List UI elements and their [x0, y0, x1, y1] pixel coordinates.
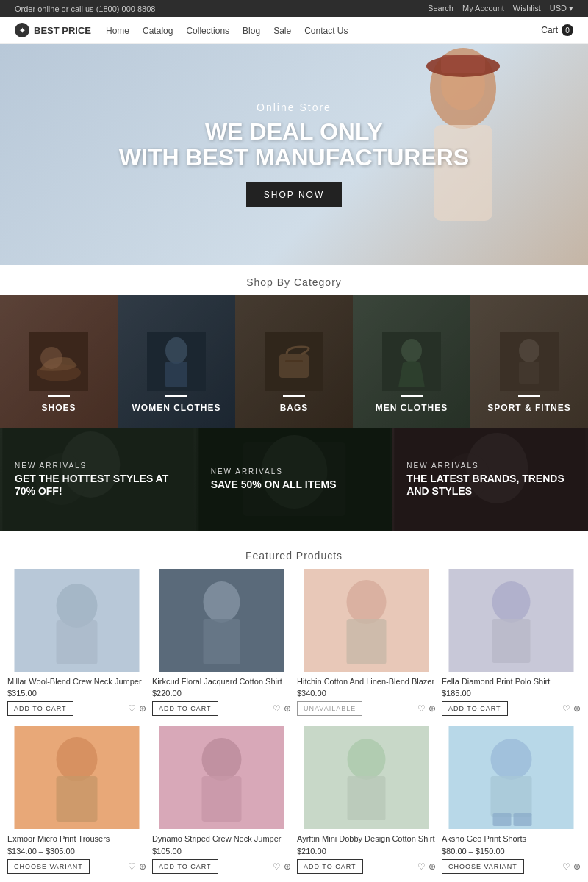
quickview-icon-3[interactable]: ⊕ [573, 703, 581, 714]
nav-menu: Home Catalog Collections Blog Sale Conta… [106, 24, 541, 37]
wishlist-icon-6[interactable]: ♡ [417, 861, 426, 872]
product-actions-7: CHOOSE VARIANT ♡ ⊕ [442, 859, 581, 874]
cart-label: Cart [541, 25, 558, 35]
hero-title-line2: WITH BEST MANUFACTURERS [119, 144, 469, 171]
svg-point-38 [492, 581, 531, 623]
product-img-7 [442, 726, 581, 829]
quickview-icon-6[interactable]: ⊕ [429, 861, 436, 872]
bags-label: BAGS [280, 403, 309, 413]
choose-variant-7[interactable]: CHOOSE VARIANT [442, 859, 524, 874]
hero-title: WE DEAL ONLY WITH BEST MANUFACTURERS [119, 119, 469, 171]
category-bags[interactable]: BAGS [235, 295, 353, 428]
top-bar-message: Order online or call us (1800) 000 8808 [15, 4, 155, 13]
logo-text: BEST PRICE [34, 25, 91, 36]
shoes-label: SHOES [41, 403, 76, 413]
men-overlay: MEN CLOTHES [353, 295, 470, 428]
svg-point-44 [202, 738, 242, 781]
category-men-clothes[interactable]: MEN CLOTHES [353, 295, 470, 428]
quickview-icon-1[interactable]: ⊕ [284, 703, 291, 714]
product-card-3: Fella Diamond Print Polo Shirt $185.00 A… [442, 569, 581, 720]
nav-item-catalog[interactable]: Catalog [143, 24, 173, 37]
category-sport[interactable]: SPORT & FITNES [470, 295, 588, 428]
svg-point-41 [57, 737, 98, 781]
promo-3-title: THE LATEST BRANDS, TRENDS AND STYLES [406, 473, 573, 498]
product-img-2 [297, 569, 436, 672]
women-line [165, 395, 187, 397]
nav-item-blog[interactable]: Blog [243, 24, 260, 37]
svg-rect-36 [347, 619, 387, 664]
quickview-icon-5[interactable]: ⊕ [284, 861, 291, 872]
logo-icon: ✦ [15, 23, 29, 37]
quickview-icon-4[interactable]: ⊕ [139, 861, 146, 872]
product-card-7: Aksho Geo Print Shorts $80.00 – $150.00 … [442, 726, 581, 878]
product-name-7: Aksho Geo Print Shorts [442, 833, 581, 844]
add-to-cart-0[interactable]: ADD TO CART [7, 701, 74, 716]
bags-line [283, 395, 305, 397]
add-to-cart-1[interactable]: ADD TO CART [152, 701, 218, 716]
quickview-icon-7[interactable]: ⊕ [573, 861, 581, 872]
svg-rect-39 [492, 619, 531, 663]
promo-1-tag: New Arrivals [15, 462, 87, 470]
quickview-icon-0[interactable]: ⊕ [139, 703, 146, 714]
my-account-link[interactable]: My Account [462, 4, 504, 13]
wishlist-icon-2[interactable]: ♡ [417, 703, 426, 714]
currency-selector[interactable]: USD ▾ [550, 4, 573, 13]
product-icons-1: ♡ ⊕ [273, 703, 291, 714]
nav-item-collections[interactable]: Collections [186, 24, 229, 37]
promo-2-tag: New Arrivals [211, 467, 283, 476]
wishlist-icon-7[interactable]: ♡ [562, 861, 570, 872]
cart-button[interactable]: Cart 0 [541, 24, 573, 36]
category-women-clothes[interactable]: WOMEN CLOTHES [118, 295, 235, 428]
quickview-icon-2[interactable]: ⊕ [429, 703, 436, 714]
add-to-cart-3[interactable]: ADD TO CART [442, 701, 508, 716]
svg-point-32 [204, 581, 240, 623]
shop-now-button[interactable]: SHOP NOW [246, 182, 342, 207]
wishlist-link[interactable]: Wishlist [513, 4, 541, 13]
wishlist-icon-3[interactable]: ♡ [562, 703, 570, 714]
product-icons-0: ♡ ⊕ [128, 703, 146, 714]
unavailable-btn-2: UNAVAILABLE [297, 701, 362, 716]
main-nav: ✦ BEST PRICE Home Catalog Collections Bl… [0, 17, 588, 44]
cart-count: 0 [562, 24, 573, 36]
nav-item-home[interactable]: Home [106, 24, 129, 37]
women-overlay: WOMEN CLOTHES [118, 295, 235, 428]
nav-item-sale[interactable]: Sale [273, 24, 291, 37]
product-card-6: Ayrftin Mini Dobby Design Cotton Shirt $… [297, 726, 436, 878]
nav-item-contact[interactable]: Contact Us [304, 24, 348, 37]
wishlist-icon-4[interactable]: ♡ [128, 861, 136, 872]
svg-rect-33 [204, 619, 240, 664]
add-to-cart-6[interactable]: ADD TO CART [297, 859, 363, 874]
product-price-7: $80.00 – $150.00 [442, 847, 581, 856]
product-info-6: Ayrftin Mini Dobby Design Cotton Shirt $… [297, 829, 436, 878]
category-grid: SHOES WOMEN CLOTHES BAGS [0, 295, 588, 428]
product-name-3: Fella Diamond Print Polo Shirt [442, 676, 581, 686]
logo[interactable]: ✦ BEST PRICE [15, 23, 91, 37]
product-icons-5: ♡ ⊕ [273, 861, 291, 872]
product-info-7: Aksho Geo Print Shorts $80.00 – $150.00 … [442, 829, 581, 878]
men-line [401, 395, 423, 397]
promo-3-tag: New Arrivals [406, 462, 478, 470]
choose-variant-4[interactable]: CHOOSE VARIANT [7, 859, 90, 874]
promo-save-50[interactable]: New Arrivals SAVE 50% ON ALL ITEMS [196, 428, 392, 531]
wishlist-icon-0[interactable]: ♡ [128, 703, 136, 714]
product-name-4: Exmoor Micro Print Trousers [7, 833, 146, 844]
product-actions-4: CHOOSE VARIANT ♡ ⊕ [7, 859, 146, 874]
wishlist-icon-5[interactable]: ♡ [273, 861, 281, 872]
add-to-cart-5[interactable]: ADD TO CART [152, 859, 218, 874]
promo-hottest-styles[interactable]: New Arrivals GET THE HOTTEST STYLES AT 7… [0, 428, 196, 531]
product-info-2: Hitchin Cotton And Linen-Blend Blazer $3… [297, 672, 436, 720]
product-card-5: Dynamo Striped Crew Neck Jumper $105.00 … [152, 726, 291, 878]
promo-latest-brands[interactable]: New Arrivals THE LATEST BRANDS, TRENDS A… [392, 428, 588, 531]
svg-point-35 [347, 580, 387, 624]
product-3-illustration [442, 569, 581, 672]
category-shoes[interactable]: SHOES [0, 295, 118, 428]
wishlist-icon-1[interactable]: ♡ [273, 703, 281, 714]
product-6-illustration [297, 726, 436, 829]
product-name-5: Dynamo Striped Crew Neck Jumper [152, 833, 291, 844]
search-link[interactable]: Search [428, 4, 453, 13]
promo-2-title: SAVE 50% ON ALL ITEMS [211, 478, 337, 491]
product-actions-2: UNAVAILABLE ♡ ⊕ [297, 701, 436, 716]
product-name-6: Ayrftin Mini Dobby Design Cotton Shirt [297, 833, 436, 844]
product-name-0: Millar Wool-Blend Crew Neck Jumper [7, 676, 146, 686]
product-img-5 [152, 726, 291, 829]
